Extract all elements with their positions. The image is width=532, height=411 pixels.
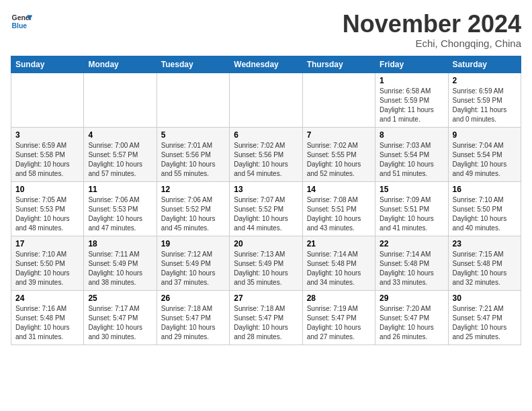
day-cell: 23Sunrise: 7:15 AM Sunset: 5:48 PM Dayli… [448,236,521,290]
column-header-wednesday: Wednesday [230,56,302,73]
day-cell: 18Sunrise: 7:11 AM Sunset: 5:49 PM Dayli… [84,236,157,290]
day-info: Sunrise: 7:18 AM Sunset: 5:47 PM Dayligh… [161,304,225,342]
day-cell: 6Sunrise: 7:02 AM Sunset: 5:56 PM Daylig… [230,127,302,181]
day-info: Sunrise: 7:17 AM Sunset: 5:47 PM Dayligh… [88,304,152,342]
day-number: 20 [234,239,298,248]
day-info: Sunrise: 6:59 AM Sunset: 5:58 PM Dayligh… [15,141,79,179]
day-info: Sunrise: 7:13 AM Sunset: 5:49 PM Dayligh… [234,250,298,287]
day-cell: 25Sunrise: 7:17 AM Sunset: 5:47 PM Dayli… [84,290,157,345]
day-info: Sunrise: 7:10 AM Sunset: 5:50 PM Dayligh… [453,195,517,233]
day-number: 23 [453,239,517,248]
week-row-1: 1Sunrise: 6:58 AM Sunset: 5:59 PM Daylig… [11,73,521,127]
day-info: Sunrise: 7:19 AM Sunset: 5:47 PM Dayligh… [307,304,371,342]
day-info: Sunrise: 7:01 AM Sunset: 5:56 PM Dayligh… [161,141,225,179]
day-cell: 14Sunrise: 7:08 AM Sunset: 5:51 PM Dayli… [302,181,375,236]
day-cell: 28Sunrise: 7:19 AM Sunset: 5:47 PM Dayli… [302,290,375,345]
day-cell: 8Sunrise: 7:03 AM Sunset: 5:54 PM Daylig… [375,127,448,181]
day-cell [230,73,302,127]
day-info: Sunrise: 7:07 AM Sunset: 5:52 PM Dayligh… [234,195,298,233]
day-number: 30 [453,293,517,303]
column-header-thursday: Thursday [302,56,375,73]
day-cell: 29Sunrise: 7:20 AM Sunset: 5:47 PM Dayli… [375,290,448,345]
day-info: Sunrise: 7:18 AM Sunset: 5:47 PM Dayligh… [234,304,298,342]
day-info: Sunrise: 7:14 AM Sunset: 5:48 PM Dayligh… [380,250,443,287]
day-cell: 2Sunrise: 6:59 AM Sunset: 5:59 PM Daylig… [448,73,521,127]
day-info: Sunrise: 7:02 AM Sunset: 5:56 PM Dayligh… [234,141,298,179]
day-cell: 5Sunrise: 7:01 AM Sunset: 5:56 PM Daylig… [157,127,229,181]
day-number: 1 [380,76,443,85]
week-row-4: 17Sunrise: 7:10 AM Sunset: 5:50 PM Dayli… [11,236,521,290]
day-info: Sunrise: 7:14 AM Sunset: 5:48 PM Dayligh… [307,250,371,287]
logo-icon: General Blue [11,11,32,32]
day-info: Sunrise: 6:59 AM Sunset: 5:59 PM Dayligh… [453,87,517,124]
day-cell: 15Sunrise: 7:09 AM Sunset: 5:51 PM Dayli… [375,181,448,236]
week-row-5: 24Sunrise: 7:16 AM Sunset: 5:48 PM Dayli… [11,290,521,345]
month-title: November 2024 [343,11,521,38]
day-cell: 12Sunrise: 7:06 AM Sunset: 5:52 PM Dayli… [157,181,229,236]
day-info: Sunrise: 7:04 AM Sunset: 5:54 PM Dayligh… [453,141,517,179]
day-cell: 1Sunrise: 6:58 AM Sunset: 5:59 PM Daylig… [375,73,448,127]
day-info: Sunrise: 7:16 AM Sunset: 5:48 PM Dayligh… [15,304,79,342]
day-number: 6 [234,130,298,140]
day-info: Sunrise: 7:12 AM Sunset: 5:49 PM Dayligh… [161,250,225,287]
week-row-3: 10Sunrise: 7:05 AM Sunset: 5:53 PM Dayli… [11,181,521,236]
day-info: Sunrise: 7:09 AM Sunset: 5:51 PM Dayligh… [380,195,443,233]
week-row-2: 3Sunrise: 6:59 AM Sunset: 5:58 PM Daylig… [11,127,521,181]
day-number: 14 [307,185,371,194]
day-cell: 3Sunrise: 6:59 AM Sunset: 5:58 PM Daylig… [11,127,84,181]
day-number: 11 [88,185,152,194]
day-cell: 24Sunrise: 7:16 AM Sunset: 5:48 PM Dayli… [11,290,84,345]
day-number: 2 [453,76,517,85]
title-block: November 2024 Echi, Chongqing, China [343,11,521,49]
day-info: Sunrise: 7:10 AM Sunset: 5:50 PM Dayligh… [15,250,79,287]
day-info: Sunrise: 7:00 AM Sunset: 5:57 PM Dayligh… [88,141,152,179]
column-header-monday: Monday [84,56,157,73]
day-cell: 11Sunrise: 7:06 AM Sunset: 5:53 PM Dayli… [84,181,157,236]
day-cell: 4Sunrise: 7:00 AM Sunset: 5:57 PM Daylig… [84,127,157,181]
day-cell: 17Sunrise: 7:10 AM Sunset: 5:50 PM Dayli… [11,236,84,290]
day-number: 24 [15,293,79,303]
day-number: 25 [88,293,152,303]
day-cell: 30Sunrise: 7:21 AM Sunset: 5:47 PM Dayli… [448,290,521,345]
day-cell: 26Sunrise: 7:18 AM Sunset: 5:47 PM Dayli… [157,290,229,345]
day-number: 3 [15,130,79,140]
day-number: 13 [234,185,298,194]
day-info: Sunrise: 7:05 AM Sunset: 5:53 PM Dayligh… [15,195,79,233]
day-info: Sunrise: 7:15 AM Sunset: 5:48 PM Dayligh… [453,250,517,287]
day-number: 18 [88,239,152,248]
day-number: 19 [161,239,225,248]
day-cell: 7Sunrise: 7:02 AM Sunset: 5:55 PM Daylig… [302,127,375,181]
day-cell: 27Sunrise: 7:18 AM Sunset: 5:47 PM Dayli… [230,290,302,345]
day-cell [84,73,157,127]
day-cell [11,73,84,127]
day-cell: 10Sunrise: 7:05 AM Sunset: 5:53 PM Dayli… [11,181,84,236]
day-number: 5 [161,130,225,140]
location: Echi, Chongqing, China [343,38,521,49]
page-header: General Blue November 2024 Echi, Chongqi… [11,11,521,49]
day-cell: 21Sunrise: 7:14 AM Sunset: 5:48 PM Dayli… [302,236,375,290]
day-info: Sunrise: 7:08 AM Sunset: 5:51 PM Dayligh… [307,195,371,233]
day-info: Sunrise: 7:11 AM Sunset: 5:49 PM Dayligh… [88,250,152,287]
day-cell: 19Sunrise: 7:12 AM Sunset: 5:49 PM Dayli… [157,236,229,290]
day-number: 26 [161,293,225,303]
day-number: 21 [307,239,371,248]
column-header-tuesday: Tuesday [157,56,229,73]
day-number: 29 [380,293,443,303]
day-number: 12 [161,185,225,194]
header-row: SundayMondayTuesdayWednesdayThursdayFrid… [11,56,521,73]
day-info: Sunrise: 7:21 AM Sunset: 5:47 PM Dayligh… [453,304,517,342]
day-info: Sunrise: 7:20 AM Sunset: 5:47 PM Dayligh… [380,304,443,342]
day-info: Sunrise: 6:58 AM Sunset: 5:59 PM Dayligh… [380,87,443,124]
day-cell: 9Sunrise: 7:04 AM Sunset: 5:54 PM Daylig… [448,127,521,181]
svg-text:Blue: Blue [12,22,28,30]
logo: General Blue [11,11,32,32]
column-header-saturday: Saturday [448,56,521,73]
day-info: Sunrise: 7:06 AM Sunset: 5:53 PM Dayligh… [88,195,152,233]
day-info: Sunrise: 7:03 AM Sunset: 5:54 PM Dayligh… [380,141,443,179]
day-number: 16 [453,185,517,194]
day-number: 9 [453,130,517,140]
day-number: 8 [380,130,443,140]
day-info: Sunrise: 7:06 AM Sunset: 5:52 PM Dayligh… [161,195,225,233]
day-number: 27 [234,293,298,303]
day-number: 10 [15,185,79,194]
